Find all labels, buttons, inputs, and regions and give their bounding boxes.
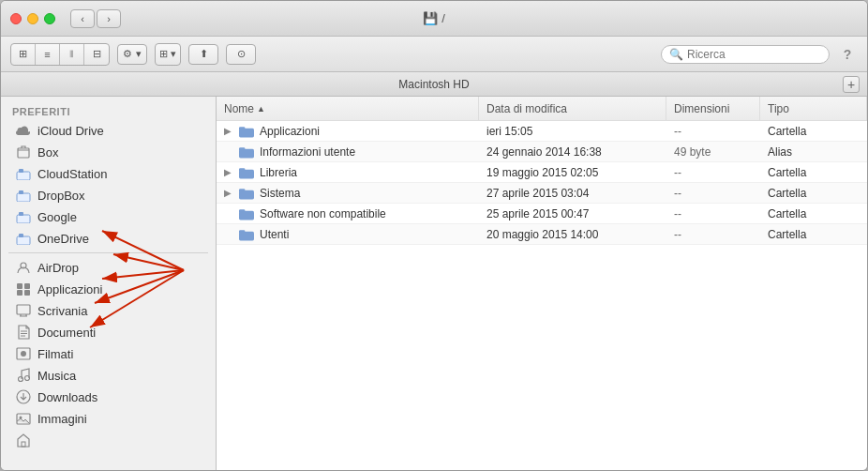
google-icon xyxy=(16,209,31,224)
cell-dim: -- xyxy=(666,204,760,223)
svg-rect-33 xyxy=(239,127,245,129)
cell-dim: -- xyxy=(666,162,760,182)
cell-tipo: Cartella xyxy=(760,204,867,223)
cell-tipo: Cartella xyxy=(760,162,867,182)
close-button[interactable] xyxy=(10,13,22,24)
svg-rect-2 xyxy=(19,169,23,173)
cell-tipo: Cartella xyxy=(760,183,867,203)
forward-button[interactable]: › xyxy=(97,9,121,28)
tag-button[interactable]: ⊙ xyxy=(226,44,256,65)
col-header-dim[interactable]: Dimensioni xyxy=(666,97,760,120)
folder-icon xyxy=(239,207,254,220)
home-icon xyxy=(16,433,31,448)
maximize-button[interactable] xyxy=(44,13,55,24)
cell-dim: 49 byte xyxy=(666,142,760,161)
coverflow-view-button[interactable]: ⊟ xyxy=(84,44,109,65)
disclosure-icon: ▶ xyxy=(224,167,233,177)
cell-tipo: Cartella xyxy=(760,121,867,141)
svg-rect-12 xyxy=(17,290,22,296)
path-label: / xyxy=(441,11,445,25)
column-view-button[interactable]: ⫴ xyxy=(60,44,84,65)
cell-dim: -- xyxy=(666,183,760,203)
sidebar-item-applicazioni[interactable]: Applicazioni xyxy=(5,279,212,299)
minimize-button[interactable] xyxy=(27,13,38,24)
action-button[interactable]: ⚙ ▾ xyxy=(117,44,147,65)
sidebar-item-label: Filmati xyxy=(37,347,73,361)
docs-icon xyxy=(16,325,31,340)
icloud-icon xyxy=(16,123,31,138)
icon-view-button[interactable]: ⊞ xyxy=(11,44,36,65)
sidebar-item-label: Downloads xyxy=(37,390,97,404)
cell-data: 24 gennaio 2014 16:38 xyxy=(479,142,666,161)
cell-nome: ▶ Libreria xyxy=(217,162,479,182)
sidebar-item-musica[interactable]: Musica xyxy=(5,365,212,386)
traffic-lights xyxy=(10,13,55,24)
file-rows: ▶ Applicazioni ieri 15:05 -- Cartella xyxy=(217,121,867,470)
sidebar-section-label: Preferiti xyxy=(1,102,216,119)
search-input[interactable] xyxy=(687,48,818,61)
svg-rect-25 xyxy=(22,442,25,447)
file-header: Nome ▲ Data di modifica Dimensioni Tipo xyxy=(217,97,867,121)
svg-rect-1 xyxy=(17,172,30,180)
sidebar-item-cloudstation[interactable]: CloudStation xyxy=(5,163,212,184)
sidebar-item-label: Immagini xyxy=(37,412,87,426)
tab-bar: Macintosh HD + xyxy=(1,72,867,97)
sidebar-item-scrivania[interactable]: Scrivania xyxy=(5,300,212,321)
cell-tipo: Alias xyxy=(760,142,867,161)
cell-tipo: Cartella xyxy=(760,224,867,244)
svg-rect-35 xyxy=(239,147,245,150)
svg-rect-3 xyxy=(17,193,30,202)
help-button[interactable]: ? xyxy=(837,44,858,65)
music-icon xyxy=(16,368,31,383)
cloudstation-icon xyxy=(16,166,31,181)
col-header-nome[interactable]: Nome ▲ xyxy=(217,97,479,120)
titlebar: ‹ › 💾 / xyxy=(1,1,867,37)
cell-nome: ▶ Applicazioni xyxy=(217,121,479,141)
main-content: Preferiti iCloud Drive Box Clo xyxy=(1,97,867,470)
sidebar-item-home[interactable] xyxy=(5,430,212,450)
svg-rect-10 xyxy=(17,283,22,289)
disclosure-icon: ▶ xyxy=(224,188,233,198)
svg-rect-14 xyxy=(17,305,30,314)
downloads-icon xyxy=(16,389,31,404)
sidebar-item-filmati[interactable]: Filmati xyxy=(5,343,212,364)
sidebar-item-label: Google xyxy=(37,210,77,224)
sidebar: Preferiti iCloud Drive Box Clo xyxy=(1,97,217,470)
sidebar-item-google[interactable]: Google xyxy=(5,206,212,227)
cell-dim: -- xyxy=(666,224,760,244)
col-header-tipo[interactable]: Tipo xyxy=(760,97,867,120)
back-button[interactable]: ‹ xyxy=(70,9,95,28)
sidebar-item-airdrop[interactable]: AirDrop xyxy=(5,257,212,278)
svg-rect-5 xyxy=(17,215,30,223)
sidebar-item-immagini[interactable]: Immagini xyxy=(5,408,212,429)
sidebar-item-onedrive[interactable]: OneDrive xyxy=(5,228,212,249)
search-bar[interactable]: 🔍 xyxy=(661,45,830,64)
arrange-button[interactable]: ⊞ ▾ xyxy=(156,44,180,65)
sidebar-item-downloads[interactable]: Downloads xyxy=(5,387,212,407)
movies-icon xyxy=(16,346,31,361)
add-tab-button[interactable]: + xyxy=(843,76,860,93)
folder-icon xyxy=(239,187,254,200)
sidebar-item-dropbox[interactable]: DropBox xyxy=(5,185,212,205)
svg-rect-11 xyxy=(24,283,30,289)
share-button[interactable]: ⬆ xyxy=(188,44,218,65)
table-row[interactable]: Software non compatibile 25 aprile 2015 … xyxy=(217,204,867,224)
sidebar-item-label: AirDrop xyxy=(37,261,79,275)
table-row[interactable]: Informazioni utente 24 gennaio 2014 16:3… xyxy=(217,142,867,162)
table-row[interactable]: Utenti 20 maggio 2015 14:00 -- Cartella xyxy=(217,224,867,245)
svg-rect-7 xyxy=(17,236,30,245)
sidebar-item-box[interactable]: Box xyxy=(5,142,212,162)
svg-rect-8 xyxy=(19,234,23,237)
table-row[interactable]: ▶ Applicazioni ieri 15:05 -- Cartella xyxy=(217,121,867,142)
list-view-button[interactable]: ≡ xyxy=(36,44,60,65)
col-header-data[interactable]: Data di modifica xyxy=(479,97,666,120)
desktop-icon xyxy=(16,303,31,318)
svg-rect-13 xyxy=(24,290,30,296)
sidebar-item-documenti[interactable]: Documenti xyxy=(5,322,212,342)
sidebar-item-label: OneDrive xyxy=(37,232,89,246)
table-row[interactable]: ▶ Sistema 27 aprile 2015 03:04 -- Cartel… xyxy=(217,183,867,204)
sidebar-item-icloud-drive[interactable]: iCloud Drive xyxy=(5,120,212,141)
svg-rect-41 xyxy=(239,209,245,212)
table-row[interactable]: ▶ Libreria 19 maggio 2015 02:05 -- Carte… xyxy=(217,162,867,183)
folder-icon xyxy=(239,125,254,138)
